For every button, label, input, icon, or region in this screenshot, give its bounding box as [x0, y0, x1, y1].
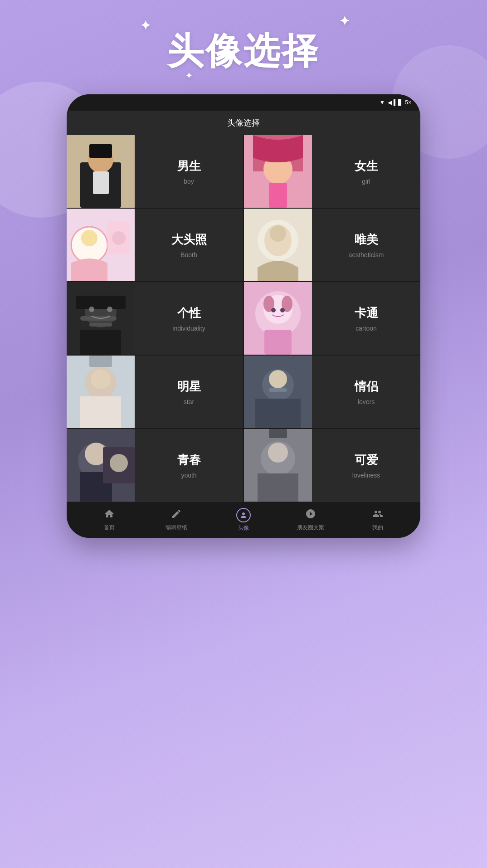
- nav-label-moments: 朋友圈文案: [297, 524, 324, 532]
- grid-cell-youth[interactable]: 青春 youth: [67, 429, 243, 502]
- nav-label-wallpaper: 编辑壁纸: [166, 524, 187, 532]
- svg-rect-25: [80, 330, 121, 355]
- grid-cell-aestheticism[interactable]: 唯美 aestheticism: [244, 209, 420, 281]
- time-text: 5×: [405, 99, 411, 106]
- cell-text-star: 明星 star: [135, 356, 243, 428]
- nav-label-home: 首页: [104, 524, 115, 532]
- grid-cell-girl[interactable]: 女生 girl: [244, 135, 420, 208]
- svg-point-13: [112, 231, 126, 245]
- svg-rect-36: [80, 396, 121, 428]
- sparkle-icon-1: ✦: [140, 18, 152, 33]
- grid-cell-loveliness[interactable]: 可爱 loveliness: [244, 429, 420, 502]
- nav-item-moments[interactable]: 朋友圈文案: [292, 508, 329, 532]
- nav-label-mine: 我的: [372, 524, 383, 532]
- cell-text-boy: 男生 boy: [135, 135, 243, 208]
- wallpaper-icon: [171, 508, 182, 522]
- svg-point-11: [81, 230, 97, 246]
- cell-text-individuality: 个性 individuality: [135, 282, 243, 355]
- svg-rect-41: [255, 399, 301, 428]
- mine-icon: [372, 508, 383, 522]
- svg-point-32: [280, 308, 285, 312]
- cell-sub-individuality: individuality: [172, 325, 205, 332]
- cell-sub-lovers: lovers: [358, 398, 375, 405]
- svg-rect-38: [89, 356, 112, 367]
- svg-point-24: [107, 307, 112, 312]
- nav-item-wallpaper[interactable]: 编辑壁纸: [158, 508, 195, 532]
- cell-image-loveliness: [244, 429, 312, 502]
- battery-icon: ▊: [398, 99, 402, 106]
- cell-main-youth: 青春: [177, 452, 201, 468]
- sparkle-icon-3: ✦: [185, 71, 194, 81]
- cell-text-youth: 青春 youth: [135, 429, 243, 502]
- svg-rect-22: [89, 323, 112, 327]
- cell-image-boy: [67, 135, 135, 208]
- cell-image-girl: [244, 135, 312, 208]
- status-bar: ▼ ◀▐ ▊ 5×: [67, 94, 420, 111]
- grid-cell-star[interactable]: 明星 star: [67, 356, 243, 428]
- cell-main-aestheticism: 唯美: [355, 232, 378, 248]
- cell-image-youth: [67, 429, 135, 502]
- cell-main-star: 明星: [177, 379, 201, 395]
- cell-sub-star: star: [184, 398, 194, 405]
- svg-rect-43: [269, 388, 287, 392]
- phone-mockup: ▼ ◀▐ ▊ 5× 头像选择 男生 boy: [67, 94, 420, 538]
- cell-text-lovers: 情侣 lovers: [312, 356, 420, 428]
- bottom-nav: 首页 编辑壁纸 头像 朋友圈文案: [67, 502, 420, 538]
- cell-image-star: [67, 356, 135, 428]
- cell-main-individuality: 个性: [177, 305, 201, 321]
- svg-rect-33: [264, 330, 292, 355]
- svg-point-31: [271, 308, 276, 312]
- cell-sub-girl: girl: [362, 178, 370, 185]
- cell-text-cartoon: 卡通 cartoon: [312, 282, 420, 355]
- cell-image-lovers: [244, 356, 312, 428]
- svg-point-42: [269, 370, 287, 388]
- svg-point-52: [268, 443, 288, 463]
- nav-label-avatar: 头像: [238, 524, 249, 532]
- cell-sub-aestheticism: aestheticism: [349, 251, 384, 258]
- svg-rect-53: [258, 473, 298, 502]
- cell-sub-youth: youth: [181, 472, 196, 479]
- svg-point-49: [110, 454, 128, 472]
- avatar-grid: 男生 boy 女生 girl: [67, 135, 420, 502]
- grid-cell-booth[interactable]: 大头照 Booth: [67, 209, 243, 281]
- grid-cell-boy[interactable]: 男生 boy: [67, 135, 243, 208]
- cell-text-loveliness: 可爱 loveliness: [312, 429, 420, 502]
- wifi-icon: ▼: [380, 99, 385, 106]
- cell-main-booth: 大头照: [171, 232, 207, 248]
- cell-image-booth: [67, 209, 135, 281]
- cell-text-aestheticism: 唯美 aestheticism: [312, 209, 420, 281]
- cell-main-cartoon: 卡通: [355, 305, 378, 321]
- svg-rect-20: [76, 296, 126, 309]
- signal-icon: ◀▐: [388, 99, 396, 106]
- grid-cell-lovers[interactable]: 情侣 lovers: [244, 356, 420, 428]
- cell-main-lovers: 情侣: [355, 379, 378, 395]
- top-header: ✦ 头像选择 ✦ ✦: [0, 0, 487, 90]
- nav-item-home[interactable]: 首页: [91, 508, 127, 532]
- sparkle-icon-2: ✦: [339, 14, 351, 29]
- svg-rect-8: [269, 183, 287, 208]
- cell-text-booth: 大头照 Booth: [135, 209, 243, 281]
- cell-image-cartoon: [244, 282, 312, 355]
- moments-icon: [305, 508, 316, 522]
- grid-cell-cartoon[interactable]: 卡通 cartoon: [244, 282, 420, 355]
- cell-sub-cartoon: cartoon: [356, 325, 377, 332]
- app-header: 头像选择: [67, 111, 420, 135]
- cell-sub-boy: boy: [184, 178, 194, 185]
- grid-cell-individuality[interactable]: 个性 individuality: [67, 282, 243, 355]
- cell-image-aestheticism: [244, 209, 312, 281]
- cell-sub-loveliness: loveliness: [352, 472, 380, 479]
- svg-point-23: [89, 307, 94, 312]
- page-hero-title: ✦ 头像选择 ✦ ✦: [167, 27, 320, 76]
- svg-point-17: [270, 225, 286, 242]
- nav-item-mine[interactable]: 我的: [360, 508, 396, 532]
- cell-main-boy: 男生: [177, 158, 201, 174]
- svg-rect-3: [89, 144, 112, 158]
- home-icon: [104, 508, 115, 522]
- nav-item-avatar[interactable]: 头像: [225, 508, 262, 532]
- cell-main-loveliness: 可爱: [355, 452, 378, 468]
- cell-image-individuality: [67, 282, 135, 355]
- svg-point-37: [91, 369, 111, 389]
- app-header-title: 头像选择: [227, 117, 260, 128]
- cell-sub-booth: Booth: [180, 251, 197, 258]
- cell-main-girl: 女生: [355, 158, 378, 174]
